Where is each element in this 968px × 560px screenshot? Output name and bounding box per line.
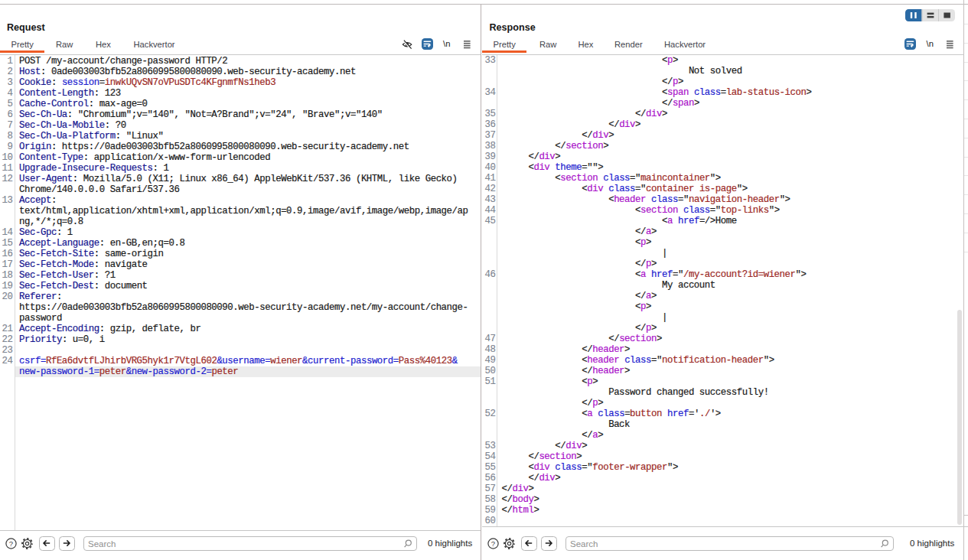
svg-text:?: ? xyxy=(8,539,12,548)
svg-text:?: ? xyxy=(491,539,494,548)
